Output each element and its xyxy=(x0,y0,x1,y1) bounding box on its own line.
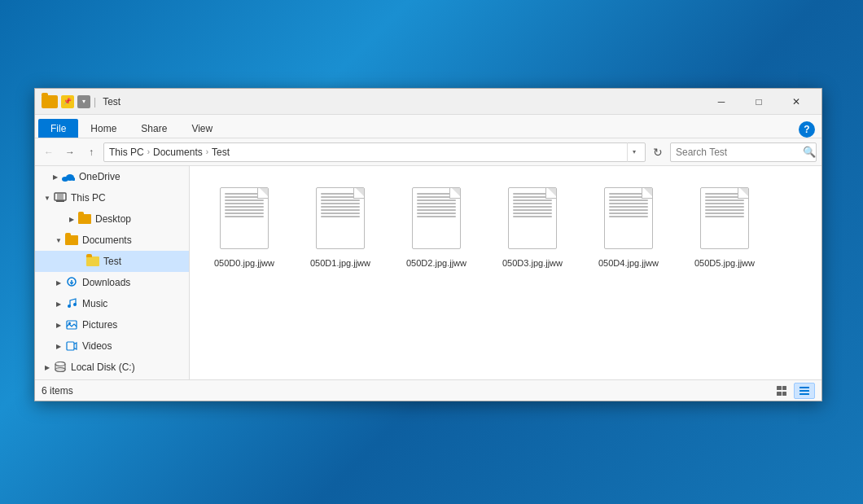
svg-rect-15 xyxy=(777,386,782,390)
file-name-0: 050D0.jpg.jjww xyxy=(214,257,274,269)
doc-line xyxy=(225,196,264,198)
doc-line xyxy=(609,206,648,208)
tab-view[interactable]: View xyxy=(179,119,225,138)
file-name-4: 050D4.jpg.jjww xyxy=(598,257,659,269)
title-bar-icons: 📌 ▾ xyxy=(42,95,90,108)
sidebar-item-music[interactable]: ▶ Music xyxy=(35,293,189,314)
search-input[interactable] xyxy=(671,147,803,158)
path-label-this-pc: This PC xyxy=(109,147,144,158)
doc-line xyxy=(609,193,648,195)
file-item-2[interactable]: 050D2.jpg.jjww xyxy=(392,176,481,275)
sidebar-item-documents[interactable]: ▼ Documents xyxy=(35,230,189,251)
svg-rect-21 xyxy=(799,393,809,395)
sidebar-item-downloads[interactable]: ▶ Downloads xyxy=(35,272,189,293)
tab-share[interactable]: Share xyxy=(129,119,179,138)
file-doc-5 xyxy=(700,187,749,249)
doc-line xyxy=(321,209,360,211)
doc-line xyxy=(225,193,264,195)
sidebar-item-label-desktop: Desktop xyxy=(95,213,131,225)
doc-line xyxy=(417,193,456,195)
address-path[interactable]: This PC › Documents › Test ▾ xyxy=(103,142,646,162)
customize-icon: ▾ xyxy=(77,95,90,108)
refresh-button[interactable]: ↻ xyxy=(649,143,667,161)
tab-file[interactable]: File xyxy=(38,119,78,138)
sidebar-item-label-local-disk: Local Disk (C:) xyxy=(71,362,135,373)
doc-line xyxy=(705,216,744,217)
title-bar: 📌 ▾ | Test ─ □ ✕ xyxy=(35,89,821,115)
file-name-2: 050D2.jpg.jjww xyxy=(406,257,467,269)
help-button[interactable]: ? xyxy=(799,121,815,138)
expand-arrow-documents: ▼ xyxy=(53,234,64,246)
doc-line xyxy=(609,203,648,204)
doc-line xyxy=(321,206,360,208)
sidebar-item-label-pictures: Pictures xyxy=(82,319,117,331)
close-button[interactable]: ✕ xyxy=(778,89,815,115)
view-list-button[interactable] xyxy=(771,383,792,399)
up-button[interactable]: ↑ xyxy=(82,143,100,161)
back-button[interactable]: ← xyxy=(40,143,58,161)
doc-line xyxy=(321,216,360,217)
forward-button[interactable]: → xyxy=(61,143,79,161)
status-bar: 6 items xyxy=(35,379,821,401)
svg-rect-12 xyxy=(67,342,74,350)
ribbon: File Home Share View ? xyxy=(35,115,821,138)
sidebar-item-onedrive[interactable]: ▶ OneDrive xyxy=(35,166,189,187)
window-controls: ─ □ ✕ xyxy=(703,89,815,115)
doc-line xyxy=(321,199,360,201)
doc-line xyxy=(609,216,648,217)
sidebar-item-pictures[interactable]: ▶ Pictures xyxy=(35,314,189,335)
file-name-5: 050D5.jpg.jjww xyxy=(694,257,755,269)
file-doc-1 xyxy=(316,187,365,249)
path-chevron-2: › xyxy=(206,147,208,156)
sidebar-item-label-test: Test xyxy=(103,256,121,267)
file-item-1[interactable]: 050D1.jpg.jjww xyxy=(296,176,385,275)
file-icon-4 xyxy=(599,182,658,254)
file-item-3[interactable]: 050D3.jpg.jjww xyxy=(488,176,577,275)
svg-point-9 xyxy=(73,303,77,306)
doc-line xyxy=(417,199,456,201)
doc-line xyxy=(513,193,552,195)
view-details-button[interactable] xyxy=(794,383,815,399)
path-label-test: Test xyxy=(212,147,230,158)
desktop-folder-icon xyxy=(77,212,92,226)
file-item-5[interactable]: 050D5.jpg.jjww xyxy=(680,176,769,275)
expand-arrow-test xyxy=(74,256,85,267)
doc-line xyxy=(609,213,648,214)
doc-line xyxy=(705,203,744,204)
view-buttons xyxy=(771,383,815,399)
sidebar-item-test[interactable]: Test xyxy=(35,251,189,272)
doc-line xyxy=(417,216,456,217)
path-dropdown-button[interactable]: ▾ xyxy=(627,142,640,162)
doc-line xyxy=(609,209,648,211)
sidebar-item-videos[interactable]: ▶ Videos xyxy=(35,335,189,357)
sidebar-item-label-documents: Documents xyxy=(82,234,132,246)
doc-line xyxy=(513,203,552,204)
doc-line xyxy=(705,193,744,195)
path-label-documents: Documents xyxy=(153,147,203,158)
sidebar-item-desktop[interactable]: ▶ Desktop xyxy=(35,208,189,230)
doc-line xyxy=(705,213,744,214)
tab-home[interactable]: Home xyxy=(78,119,129,138)
items-count: 6 items xyxy=(42,385,771,397)
svg-rect-16 xyxy=(782,386,786,390)
doc-line xyxy=(705,199,744,201)
svg-point-8 xyxy=(68,305,71,308)
sidebar-item-this-pc[interactable]: ▼ This PC xyxy=(35,187,189,208)
sidebar-item-local-disk[interactable]: ▶ Local Disk (C:) xyxy=(35,357,189,378)
doc-line xyxy=(225,203,264,204)
downloads-icon xyxy=(64,275,79,290)
file-item-0[interactable]: 050D0.jpg.jjww xyxy=(199,176,289,275)
maximize-button[interactable]: □ xyxy=(740,89,778,115)
search-icon[interactable]: 🔍 xyxy=(803,142,816,162)
path-segment-this-pc: This PC › Documents › Test xyxy=(109,147,230,158)
minimize-button[interactable]: ─ xyxy=(703,89,740,115)
search-box: 🔍 xyxy=(670,142,817,162)
expand-arrow-videos: ▶ xyxy=(53,340,64,352)
sidebar-item-label-downloads: Downloads xyxy=(82,277,130,288)
documents-folder-icon xyxy=(64,233,79,248)
window-title: Test xyxy=(103,96,703,107)
svg-rect-4 xyxy=(57,194,64,199)
file-icon-3 xyxy=(503,182,562,254)
file-item-4[interactable]: 050D4.jpg.jjww xyxy=(584,176,673,275)
title-separator: | xyxy=(94,96,96,107)
